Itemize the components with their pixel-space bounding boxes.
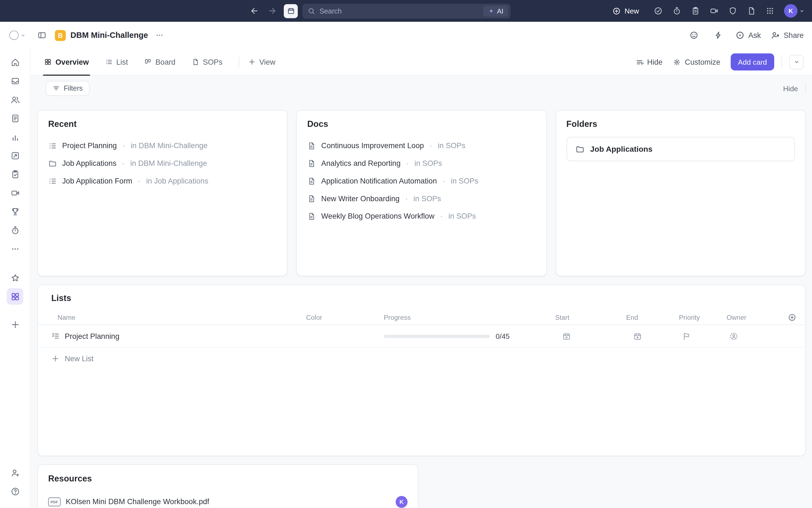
view-label: View <box>259 58 275 66</box>
sidebar-item-teams[interactable] <box>7 91 23 108</box>
add-column-button[interactable] <box>785 311 798 324</box>
help-button[interactable] <box>7 483 23 500</box>
sidebar-item-overview[interactable] <box>7 288 23 305</box>
resource-item[interactable]: PDF KOlsen Mini DBM Challenge Workbook.p… <box>48 492 408 508</box>
page-more-button[interactable] <box>153 29 166 42</box>
tabbar-actions: Hide Customize Add card <box>635 53 804 71</box>
user-plus-icon <box>10 468 20 478</box>
trend-icon <box>10 151 20 161</box>
list-name[interactable]: Project Planning <box>65 332 119 340</box>
item-name[interactable]: Job Applications <box>62 159 116 168</box>
video-icon <box>710 6 719 16</box>
item-separator: · <box>405 194 408 203</box>
search-bar[interactable]: AI <box>302 3 511 18</box>
item-name[interactable]: Continuous Improvement Loop <box>321 141 424 150</box>
new-list-button[interactable]: New List <box>38 348 94 370</box>
set-owner-button[interactable] <box>727 329 741 344</box>
shield-button[interactable] <box>725 3 741 18</box>
table-row[interactable]: Project Planning 0/45 <box>38 325 805 348</box>
list-item[interactable]: Weekly Blog Operations Workflow · in SOP… <box>307 207 535 225</box>
filters-row: Filters Hide <box>31 76 812 101</box>
item-name[interactable]: Weekly Blog Operations Workflow <box>321 212 434 220</box>
list-item[interactable]: Job Application Form · in Job Applicatio… <box>48 172 277 190</box>
automations-button[interactable] <box>711 28 726 43</box>
timer-button[interactable] <box>669 3 685 18</box>
tab-overview[interactable]: Overview <box>44 49 89 75</box>
list-item[interactable]: Application Notification Automation · in… <box>307 172 535 190</box>
back-button[interactable] <box>247 4 261 18</box>
assignee-icon <box>729 331 738 341</box>
add-view-button[interactable]: View <box>248 49 275 75</box>
forward-button[interactable] <box>266 4 279 18</box>
list-item[interactable]: Job Applications · in DBM Mini-Challenge <box>48 155 277 172</box>
gear-icon <box>673 58 681 66</box>
set-priority-button[interactable] <box>679 329 694 344</box>
workspace-switcher[interactable] <box>9 31 26 40</box>
sidebar-item-goals[interactable] <box>7 147 23 164</box>
record-button[interactable] <box>707 3 722 18</box>
column-header-priority: Priority <box>679 313 727 321</box>
cards-row: Recent Project Planning · in DBM Mini-Ch… <box>37 110 806 277</box>
tab-list[interactable]: List <box>105 49 128 75</box>
resource-name[interactable]: KOlsen Mini DBM Challenge Workbook.pdf <box>66 498 209 506</box>
sidebar-item-more[interactable] <box>7 241 23 257</box>
calendar-button[interactable] <box>284 4 298 18</box>
hide-button[interactable]: Hide <box>635 58 663 66</box>
sidebar-item-inbox[interactable] <box>7 73 23 89</box>
sidebar-item-reports[interactable] <box>7 129 23 145</box>
sidebar-item-add[interactable] <box>7 316 23 333</box>
add-card-button[interactable]: Add card <box>731 53 774 71</box>
item-location: in SOPs <box>438 141 465 150</box>
feedback-button[interactable] <box>686 28 701 43</box>
arrow-left-icon <box>250 6 259 16</box>
ai-button[interactable]: AI <box>483 5 508 16</box>
tab-board[interactable]: Board <box>144 49 175 75</box>
apps-button[interactable] <box>762 3 778 18</box>
board-icon <box>144 58 152 66</box>
list-item[interactable]: Project Planning · in DBM Mini-Challenge <box>48 137 277 155</box>
sidebar-item-timesheets[interactable] <box>7 222 23 239</box>
list-item[interactable]: New Writer Onboarding · in SOPs <box>307 189 535 207</box>
calendar-plus-icon <box>562 331 571 341</box>
topbar-right: New K <box>612 3 812 18</box>
set-start-date-button[interactable] <box>559 329 574 344</box>
clipboard-button[interactable] <box>688 3 703 18</box>
arrow-right-icon <box>268 6 277 16</box>
item-name[interactable]: Application Notification Automation <box>321 177 437 185</box>
list-item[interactable]: Analytics and Reporting · in SOPs <box>307 155 535 172</box>
invite-users-button[interactable] <box>7 464 23 481</box>
new-list-label: New List <box>65 354 93 363</box>
folder-item[interactable]: Job Applications <box>567 137 795 161</box>
item-name[interactable]: Project Planning <box>62 141 117 150</box>
trophy-icon <box>10 207 20 216</box>
expand-toolbar-button[interactable] <box>790 55 804 69</box>
sidebar-item-forms[interactable] <box>7 166 23 182</box>
customize-button[interactable]: Customize <box>673 58 720 66</box>
clipboard-icon <box>691 6 700 16</box>
folder-name[interactable]: Job Applications <box>590 144 653 154</box>
sidebar-item-goals-trophy[interactable] <box>7 203 23 220</box>
new-button[interactable]: New <box>612 6 639 15</box>
doc-file-icon <box>307 212 316 220</box>
item-name[interactable]: Analytics and Reporting <box>321 159 400 168</box>
search-input[interactable] <box>320 7 479 15</box>
filters-button[interactable]: Filters <box>46 81 90 96</box>
item-name[interactable]: Job Application Form <box>62 177 132 185</box>
sidebar-item-clips[interactable] <box>7 185 23 201</box>
tab-sops[interactable]: SOPs <box>191 49 222 75</box>
sidebar-item-docs[interactable] <box>7 110 23 127</box>
sidebar-item-favorites[interactable] <box>7 269 23 286</box>
page-header: B DBM Mini-Challenge Ask Share <box>0 22 812 49</box>
pdf-icon: PDF <box>48 497 60 506</box>
notes-button[interactable] <box>744 3 759 18</box>
account-menu[interactable]: K <box>784 4 805 18</box>
set-end-date-button[interactable] <box>630 329 645 344</box>
item-name[interactable]: New Writer Onboarding <box>321 194 400 203</box>
ask-button[interactable]: Ask <box>735 31 761 40</box>
share-button[interactable]: Share <box>771 31 804 40</box>
sidebar-item-home[interactable] <box>7 54 23 71</box>
list-item[interactable]: Continuous Improvement Loop · in SOPs <box>307 137 535 155</box>
sidebar-toggle-button[interactable] <box>35 28 49 43</box>
hide-overview-button[interactable]: Hide <box>779 82 802 94</box>
tasks-done-button[interactable] <box>651 3 666 18</box>
